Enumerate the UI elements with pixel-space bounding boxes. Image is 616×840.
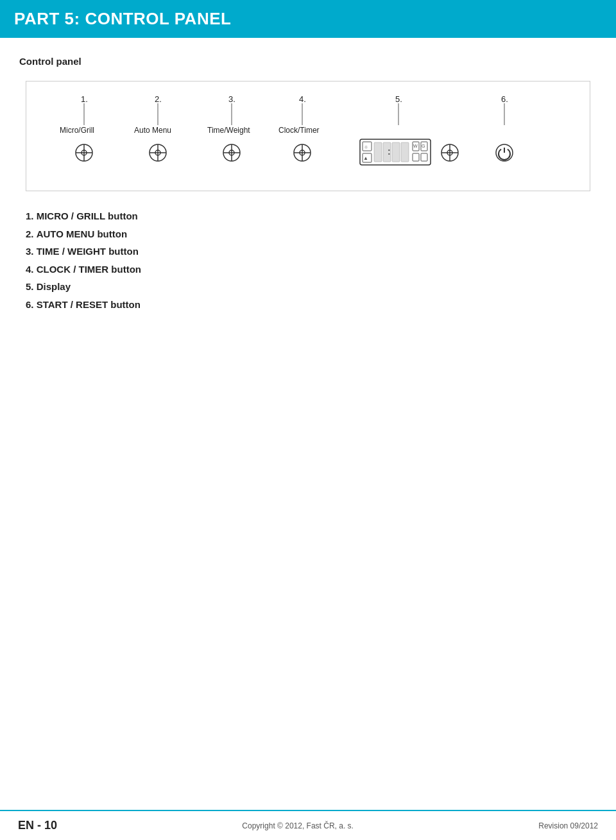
svg-text:4.: 4. xyxy=(299,94,306,104)
svg-text::: : xyxy=(388,146,391,157)
items-list: 1. MICRO / GRILL button 2. AUTO MENU but… xyxy=(19,209,597,312)
svg-rect-47 xyxy=(421,153,427,161)
svg-rect-40 xyxy=(392,142,400,162)
svg-text:Micro/Grill: Micro/Grill xyxy=(60,126,94,135)
svg-text:☼: ☼ xyxy=(364,144,368,150)
page-number: EN - 10 xyxy=(18,819,57,832)
page-footer: EN - 10 Copyright © 2012, Fast ČR, a. s.… xyxy=(0,810,616,840)
svg-text:▲: ▲ xyxy=(363,155,368,161)
svg-text:2.: 2. xyxy=(155,94,162,104)
svg-rect-41 xyxy=(401,142,409,162)
svg-text:W: W xyxy=(413,144,418,148)
list-item: 3. TIME / WEIGHT button xyxy=(26,244,597,259)
main-content: Control panel 1. 2. 3. 4. 5. 6. Micro/Gr… xyxy=(0,38,616,366)
svg-rect-37 xyxy=(374,142,382,162)
list-item: 2. AUTO MENU button xyxy=(26,227,597,242)
page-header: PART 5: CONTROL PANEL xyxy=(0,0,616,38)
svg-text:Time/Weight: Time/Weight xyxy=(207,126,250,135)
section-title: Control panel xyxy=(19,56,597,67)
list-item: 5. Display xyxy=(26,280,597,295)
svg-rect-46 xyxy=(413,153,419,161)
svg-text:G: G xyxy=(422,144,425,148)
svg-text:6.: 6. xyxy=(501,94,508,104)
svg-text:3.: 3. xyxy=(228,94,235,104)
svg-text:5.: 5. xyxy=(395,94,402,104)
page-title: PART 5: CONTROL PANEL xyxy=(14,9,602,29)
control-panel-diagram: 1. 2. 3. 4. 5. 6. Micro/Grill Auto Menu … xyxy=(26,81,590,191)
copyright-text: Copyright © 2012, Fast ČR, a. s. xyxy=(242,821,354,830)
revision-text: Revision 09/2012 xyxy=(538,821,598,830)
list-item: 4. CLOCK / TIMER button xyxy=(26,262,597,277)
list-item: 6. START / RESET button xyxy=(26,298,597,313)
svg-text:Clock/Timer: Clock/Timer xyxy=(278,126,320,135)
list-item: 1. MICRO / GRILL button xyxy=(26,209,597,224)
svg-text:Auto Menu: Auto Menu xyxy=(134,126,171,135)
diagram-svg: 1. 2. 3. 4. 5. 6. Micro/Grill Auto Menu … xyxy=(46,93,597,176)
svg-text:1.: 1. xyxy=(81,94,88,104)
